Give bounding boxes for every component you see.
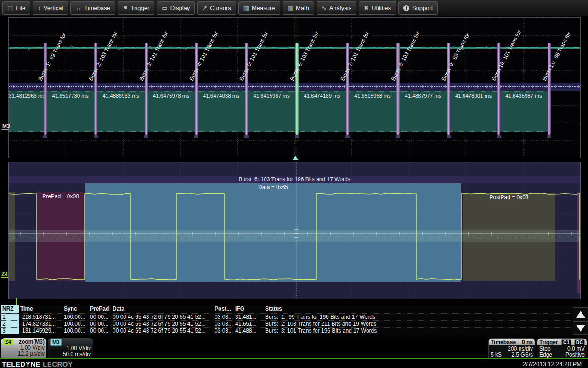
support-icon: i (403, 5, 409, 11)
trigger-descriptor[interactable]: Trigger C1 DC Stop 0.0 mV Edge Positive (537, 338, 587, 358)
cell-prepad: 00 00... (90, 328, 113, 334)
cursors-icon: ↗ (202, 5, 207, 11)
menu-button-display[interactable]: ▭Display (157, 1, 195, 15)
burst-marker-6 (295, 43, 299, 135)
menu-button-math[interactable]: ▦Math (283, 1, 314, 15)
trigger-title: Trigger (539, 339, 558, 345)
menu-button-utilities[interactable]: ✖Utilities (359, 1, 396, 15)
cell-time: -218.518731... (20, 314, 64, 321)
burst-marker-7 (346, 43, 349, 135)
menu-button-file[interactable]: ▤File (2, 1, 30, 15)
menu-button-label: Measure (252, 5, 275, 12)
burst-marker-cap (43, 135, 47, 138)
menu-button-timebase[interactable]: ↔Timebase (70, 1, 115, 15)
menu-button-label: Display (170, 5, 190, 12)
menu-button-label: Utilities (372, 5, 391, 12)
display-icon: ▭ (162, 5, 167, 11)
interval-measurement-3: 41.4886933 ms (96, 93, 146, 98)
burst-marker-cap (497, 135, 501, 138)
interval-measurement-1: 31.4812963 ms (9, 93, 45, 98)
column-header-post: Post... (215, 305, 235, 313)
column-header-status: Status (265, 305, 571, 313)
column-header-time: Time (20, 305, 64, 313)
waveform-panel-m3[interactable]: 31.4812963 ms41.6517730 ms41.4886933 ms4… (8, 17, 581, 158)
brand-teledyne: TELEDYNE (2, 360, 40, 368)
cell-prepad: 00 00... (90, 321, 113, 328)
oscilloscope-screen: ▤File↕Vertical↔Timebase⚑Trigger▭Display↗… (0, 0, 588, 368)
menu-button-label: Math (296, 5, 309, 12)
z4-descriptor[interactable]: Z4 zoom(M3) 1.00 V/div 12.2 µs/div (1, 338, 46, 358)
burst-marker-cap (244, 135, 249, 138)
m3-badge: M3 (50, 339, 62, 346)
trace-label-m3: M3 (2, 123, 10, 129)
menu-button-analysis[interactable]: ∿Analysis (317, 1, 356, 15)
cell-status: Burst 2: 103 Trans for 211 Bits and 19 W… (265, 321, 571, 328)
menu-button-support[interactable]: iSupport (398, 1, 438, 15)
table-row-2[interactable]: 2-174.827331...100.00...00 00...00 00 4c… (0, 320, 588, 328)
zoom-panel-z4[interactable]: PrePad = 0x00 Data = 0x65 PostPad = 0x03… (8, 162, 581, 299)
cell-post: 03 03... (215, 314, 235, 321)
burst-marker-3 (145, 43, 148, 135)
menu-button-trigger[interactable]: ⚑Trigger (118, 1, 154, 15)
table-row-1[interactable]: 1-218.518731...100.00...00 00...00 00 4c… (0, 313, 588, 321)
burst-marker-1 (44, 43, 47, 135)
arrow-down-icon (576, 325, 585, 332)
timebase-icon: ↔ (75, 5, 81, 11)
menu-button-label: Timebase (84, 5, 110, 12)
timebase-descriptor[interactable]: Timebase 0 ns 200 ns/div 5 kS 2.5 GS/s (488, 338, 535, 358)
trigger-source-badge: C1 (561, 339, 571, 345)
scroll-up-button[interactable] (573, 307, 588, 321)
trace-label-z4-rule (1, 277, 8, 278)
trigger-slope: Positive (565, 352, 585, 358)
timebase-title: Timebase (491, 339, 516, 345)
z4-position-tick (16, 298, 17, 305)
cell-prepad: 00 00... (90, 314, 113, 321)
menu-button-cursors[interactable]: ↗Cursors (197, 1, 236, 15)
interval-measurement-11: 41.6435987 ms (498, 93, 549, 98)
vertical-icon: ↕ (38, 5, 41, 11)
analysis-icon: ∿ (322, 5, 327, 11)
math-icon: ▦ (288, 5, 293, 11)
timebase-rate: 2.5 GS/s (511, 352, 533, 358)
column-header-ifg: IFG (235, 305, 265, 313)
burst-marker-2 (94, 43, 97, 135)
z4-trace (9, 162, 580, 299)
cell-nrz: 2 (1, 321, 19, 328)
cell-ifg: 31.481... (235, 314, 265, 321)
column-header-nrz: NRZ (1, 305, 19, 313)
menu-button-measure[interactable]: ▥Measure (238, 1, 280, 15)
scroll-down-button[interactable] (573, 321, 588, 335)
table-row-3[interactable]: 3-131.145929...100.00...00 00...00 00 4c… (0, 327, 588, 334)
zoom-position-marker-icon[interactable] (293, 156, 298, 160)
table-header-row: NRZTimeSyncPrePadDataPost...IFGStatus (0, 305, 588, 313)
burst-marker-cap (345, 135, 350, 138)
menu-bar: ▤File↕Vertical↔Timebase⚑Trigger▭Display↗… (0, 0, 588, 16)
burst-marker-4 (195, 43, 198, 135)
cell-nrz: 3 (1, 328, 19, 334)
menu-button-vertical[interactable]: ↕Vertical (33, 1, 68, 15)
cell-nrz: 1 (1, 314, 19, 321)
file-icon: ▤ (7, 5, 13, 11)
datetime-display: 2/7/2013 12:24:20 PM (523, 361, 582, 368)
brand-logo: TELEDYNELECROY (2, 360, 73, 368)
interval-measurement-10: 41.6478001 ms (448, 93, 498, 98)
interval-measurement-4: 41.6475978 ms (146, 93, 196, 98)
cell-sync: 100.00... (64, 321, 90, 328)
interval-measurement-7: 41.6474189 ms (297, 93, 347, 98)
menu-button-label: Support (412, 5, 433, 12)
menu-button-label: Analysis (329, 5, 351, 12)
burst-marker-8 (396, 43, 400, 135)
trace-label-m3-rule (1, 129, 9, 130)
interval-measurement-8: 41.6515958 ms (347, 93, 398, 98)
burst-marker-9 (447, 43, 450, 135)
interval-measurement-9: 41.4887977 ms (398, 93, 448, 98)
burst-marker-10 (497, 43, 500, 135)
column-header-sync: Sync (64, 305, 90, 313)
z4-badge: Z4 (3, 339, 13, 345)
interval-measurement-6: 41.6415987 ms (246, 93, 297, 98)
cell-time: -174.827331... (20, 321, 64, 328)
interval-measurement-5: 41.6474038 ms (196, 93, 246, 98)
timebase-samples: 5 kS (491, 352, 502, 358)
m3-descriptor[interactable]: M3 1.00 V/div 50.0 ms/div (48, 338, 93, 358)
interval-measurement-2: 41.6517730 ms (45, 93, 96, 98)
